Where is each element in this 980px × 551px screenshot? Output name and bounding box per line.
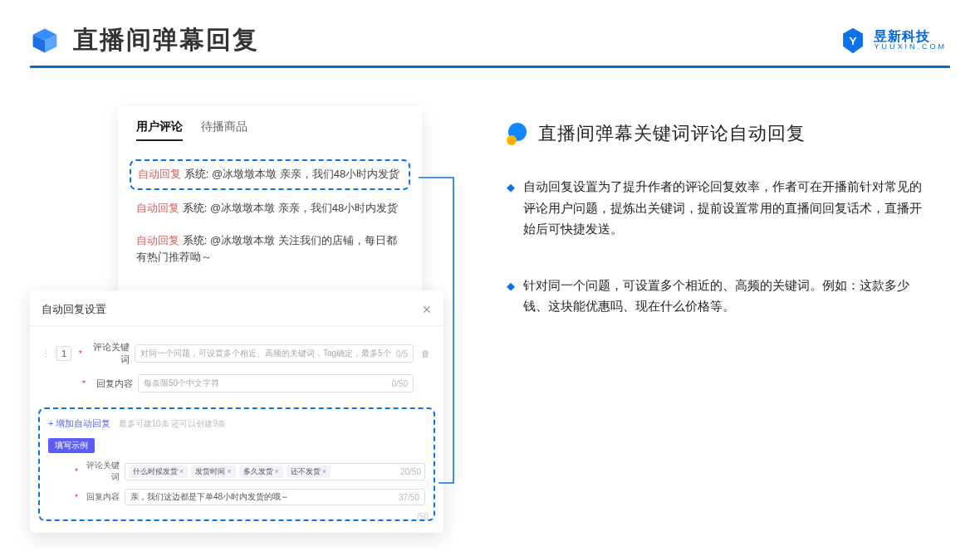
- example-pill: 填写示例: [48, 438, 95, 453]
- auto-reply-badge: 自动回复: [136, 234, 179, 246]
- keyword-placeholder: 对同一个问题，可设置多个相近、高频的关键词，Tag确定，最多5个: [140, 348, 391, 359]
- faint-counter: /50: [417, 512, 429, 521]
- ex-keyword-tags[interactable]: 什么时候发货× 发货时间× 多久发货× 还不发货× 20/50: [125, 463, 425, 480]
- logo-en: YUUXIN.COM: [874, 43, 947, 51]
- cube-icon: [30, 26, 60, 56]
- bullet-text-2: 针对同一个问题，可设置多个相近的、高频的关键词。例如：这款多少钱、这块能优惠吗、…: [523, 275, 922, 317]
- trash-icon[interactable]: 🗑: [419, 349, 432, 358]
- system-label: 系统:: [183, 202, 208, 214]
- logo-mark-icon: Y: [839, 27, 867, 55]
- ex-reply-label: 回复内容: [80, 491, 120, 503]
- svg-text:Y: Y: [850, 35, 857, 47]
- system-label: 系统:: [183, 234, 208, 246]
- tag-remove-icon[interactable]: ×: [275, 467, 279, 475]
- tab-user-comments[interactable]: 用户评论: [136, 119, 183, 141]
- add-hint: 最多可建10条 还可以创建9条: [119, 419, 226, 428]
- comment-item-highlighted: 自动回复 系统: @冰墩墩本墩 亲亲，我们48小时内发货: [130, 159, 410, 190]
- ex-reply-input[interactable]: 亲，我们这边都是下单48小时内发货的哦～ 37/50: [125, 489, 425, 505]
- keyword-counter: 0/5: [396, 349, 408, 358]
- required-mark: *: [73, 467, 80, 476]
- tag-remove-icon[interactable]: ×: [179, 467, 184, 475]
- section-title: 直播间弹幕关键词评论自动回复: [538, 121, 806, 146]
- ex-keyword-label: 评论关键词: [80, 460, 120, 483]
- required-mark: *: [73, 493, 80, 502]
- ex-reply-text: 亲，我们这边都是下单48小时内发货的哦～: [130, 491, 289, 503]
- required-mark: *: [76, 349, 85, 358]
- add-auto-reply-link[interactable]: + 增加自动回复: [48, 418, 110, 428]
- page-title: 直播间弹幕回复: [73, 23, 259, 57]
- comment-text: @冰墩墩本墩 亲亲，我们48小时内发货: [212, 168, 399, 180]
- auto-reply-badge: 自动回复: [138, 168, 181, 180]
- bullet-icon: ◆: [507, 178, 515, 240]
- keyword-label: 评论关键词: [85, 341, 130, 366]
- reply-placeholder: 每条限50个中文字符: [144, 378, 387, 389]
- close-icon[interactable]: ✕: [422, 303, 432, 316]
- rule-index: 1: [56, 346, 71, 361]
- drag-handle-icon[interactable]: ⋮⋮: [42, 349, 51, 359]
- settings-title: 自动回复设置: [42, 302, 106, 317]
- comment-item: 自动回复 系统: @冰墩墩本墩 关注我们的店铺，每日都有热门推荐呦～: [130, 227, 410, 272]
- logo-cn: 昱新科技: [874, 29, 947, 44]
- comment-text: @冰墩墩本墩 亲亲，我们48小时内发货: [210, 202, 398, 214]
- system-label: 系统:: [184, 168, 209, 180]
- section-icon: [507, 123, 528, 144]
- bullet-icon: ◆: [507, 277, 515, 317]
- reply-counter: 0/50: [392, 379, 408, 388]
- tag[interactable]: 发货时间×: [191, 466, 235, 478]
- tag-remove-icon[interactable]: ×: [227, 467, 231, 475]
- example-block: + 增加自动回复 最多可建10条 还可以创建9条 填写示例 * 评论关键词 什么…: [38, 407, 435, 521]
- reply-input[interactable]: 每条限50个中文字符 0/50: [138, 374, 414, 393]
- ex-reply-counter: 37/50: [399, 493, 419, 502]
- bullet-text-1: 自动回复设置为了提升作者的评论回复效率，作者可在开播前针对常见的评论用户问题，提…: [523, 176, 922, 240]
- brand-logo: Y 昱新科技 YUUXIN.COM: [839, 27, 947, 55]
- tag[interactable]: 还不发货×: [287, 466, 331, 478]
- keyword-input[interactable]: 对同一个问题，可设置多个相近、高频的关键词，Tag确定，最多5个 0/5: [135, 344, 414, 363]
- comment-item: 自动回复 系统: @冰墩墩本墩 亲亲，我们48小时内发货: [130, 195, 410, 222]
- tab-pending-goods[interactable]: 待播商品: [201, 119, 247, 141]
- reply-label: 回复内容: [88, 378, 133, 390]
- tag-remove-icon[interactable]: ×: [322, 467, 326, 475]
- ex-keyword-counter: 20/50: [400, 467, 421, 476]
- tag[interactable]: 多久发货×: [239, 466, 283, 478]
- required-mark: *: [80, 378, 88, 388]
- auto-reply-settings-panel: 自动回复设置 ✕ ⋮⋮ 1 * 评论关键词 对同一个问题，可设置多个相近、高频的…: [30, 290, 443, 533]
- auto-reply-badge: 自动回复: [136, 202, 179, 214]
- tag[interactable]: 什么时候发货×: [129, 466, 188, 478]
